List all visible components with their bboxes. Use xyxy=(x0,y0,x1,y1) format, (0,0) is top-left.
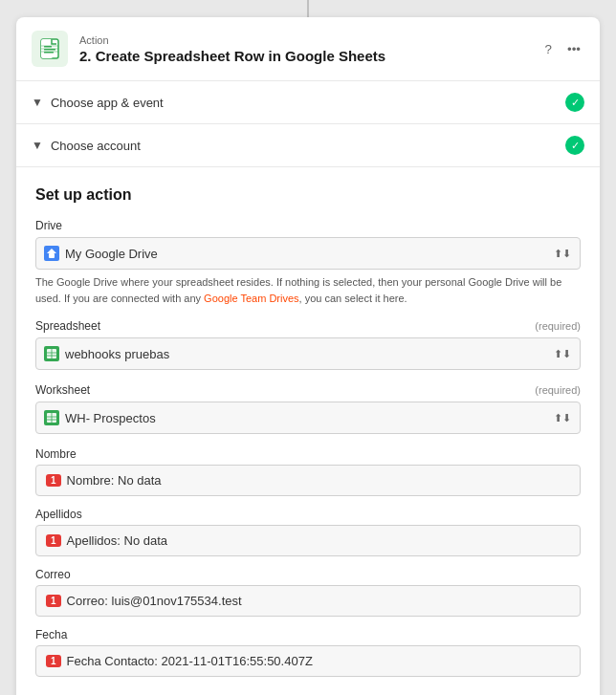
data-field-text-2: Correo: luis@01nov175534.test xyxy=(67,594,242,608)
refresh-fields-button[interactable]: ↻ Refresh fields xyxy=(35,688,128,695)
worksheet-select-wrapper: WH- Prospectos ⬆⬇ xyxy=(35,402,581,434)
setup-body: Set up action Drive My Google Drive xyxy=(16,167,600,695)
data-field-group-0: Nombre1Nombre: No data xyxy=(35,447,581,496)
worksheet-select[interactable]: WH- Prospectos xyxy=(35,402,581,434)
data-field-label-3: Fecha xyxy=(35,628,581,641)
drive-value: My Google Drive xyxy=(65,247,158,261)
setup-title: Set up action xyxy=(35,186,581,204)
spreadsheet-label: Spreadsheet (required) xyxy=(35,319,581,333)
choose-account-label: Choose account xyxy=(51,139,565,153)
choose-account-section[interactable]: ▼ Choose account ✓ xyxy=(16,124,600,167)
help-icon: ? xyxy=(545,42,552,56)
data-field-text-1: Apellidos: No data xyxy=(67,533,168,548)
data-field-label-0: Nombre xyxy=(35,447,581,461)
action-title: 2. Create Spreadsheet Row in Google Shee… xyxy=(79,48,541,64)
chevron-icon-2: ▼ xyxy=(32,139,43,152)
data-field-badge-0: 1 xyxy=(46,474,61,487)
data-field-label-1: Apellidos xyxy=(35,508,581,521)
spreadsheet-select[interactable]: webhooks pruebas xyxy=(35,337,581,370)
drive-select-wrapper: My Google Drive ⬆⬇ xyxy=(35,237,581,270)
more-icon: ••• xyxy=(567,42,581,56)
drive-helper: The Google Drive where your spreadsheet … xyxy=(35,274,581,306)
worksheet-label: Worksheet (required) xyxy=(35,383,581,397)
app-icon xyxy=(32,31,68,67)
google-team-drives-link[interactable]: Google Team Drives xyxy=(204,293,298,304)
data-field-value-1[interactable]: 1Apellidos: No data xyxy=(35,525,581,556)
data-field-value-0[interactable]: 1Nombre: No data xyxy=(35,465,581,496)
header-text: Action 2. Create Spreadsheet Row in Goog… xyxy=(79,34,541,64)
worksheet-field-group: Worksheet (required) WH- Prospectos xyxy=(35,383,581,434)
data-field-group-2: Correo1Correo: luis@01nov175534.test xyxy=(35,568,581,617)
worksheet-required: (required) xyxy=(535,384,581,396)
spreadsheet-required: (required) xyxy=(535,320,581,332)
data-field-badge-3: 1 xyxy=(46,655,61,667)
data-field-group-1: Apellidos1Apellidos: No data xyxy=(35,508,581,556)
completed-check-account: ✓ xyxy=(565,136,584,155)
connector-top xyxy=(307,0,309,17)
drive-label: Drive xyxy=(35,219,581,232)
dynamic-fields: Nombre1Nombre: No dataApellidos1Apellido… xyxy=(35,447,581,677)
data-field-group-3: Fecha1Fecha Contacto: 2021-11-01T16:55:5… xyxy=(35,628,581,677)
data-field-text-0: Nombre: No data xyxy=(67,473,162,488)
chevron-icon: ▼ xyxy=(32,96,43,109)
header-actions: ? ••• xyxy=(541,38,584,60)
action-label: Action xyxy=(79,34,541,46)
more-button[interactable]: ••• xyxy=(563,38,584,60)
help-button[interactable]: ? xyxy=(541,38,556,60)
data-field-badge-1: 1 xyxy=(46,534,61,547)
choose-app-label: Choose app & event xyxy=(51,96,565,110)
action-card: Action 2. Create Spreadsheet Row in Goog… xyxy=(16,17,600,695)
drive-field-group: Drive My Google Drive ⬆⬇ The Google Dri xyxy=(35,219,581,306)
data-field-badge-2: 1 xyxy=(46,595,61,607)
data-field-value-3[interactable]: 1Fecha Contacto: 2021-11-01T16:55:50.407… xyxy=(35,645,581,677)
data-field-label-2: Correo xyxy=(35,568,581,581)
svg-rect-9 xyxy=(49,253,55,258)
data-field-value-2[interactable]: 1Correo: luis@01nov175534.test xyxy=(35,585,581,617)
worksheet-value: WH- Prospectos xyxy=(65,411,156,425)
data-field-text-3: Fecha Contacto: 2021-11-01T16:55:50.407Z xyxy=(67,654,313,668)
spreadsheet-field-group: Spreadsheet (required) webhooks pruebas xyxy=(35,319,581,370)
choose-app-section[interactable]: ▼ Choose app & event ✓ xyxy=(16,81,600,124)
card-header: Action 2. Create Spreadsheet Row in Goog… xyxy=(16,17,600,81)
spreadsheet-select-wrapper: webhooks pruebas ⬆⬇ xyxy=(35,337,581,370)
drive-select[interactable]: My Google Drive xyxy=(35,237,581,270)
completed-check-app: ✓ xyxy=(565,93,584,112)
spreadsheet-value: webhooks pruebas xyxy=(65,347,169,361)
